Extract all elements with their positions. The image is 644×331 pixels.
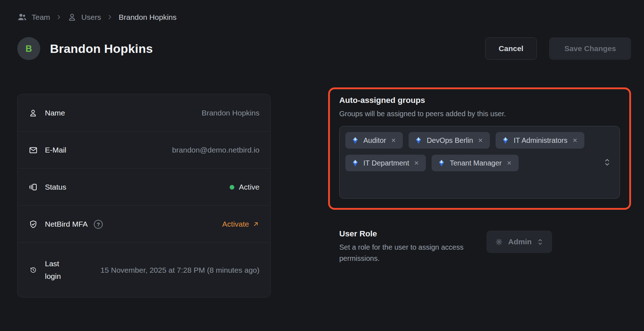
group-chip-label: DevOps Berlin bbox=[427, 136, 473, 145]
last-login-label: Last login bbox=[45, 258, 67, 282]
help-icon[interactable]: ? bbox=[94, 220, 103, 229]
mfa-row: NetBird MFA ? Activate bbox=[18, 205, 270, 242]
group-chip-it-department: IT Department bbox=[345, 155, 426, 171]
save-changes-button[interactable]: Save Changes bbox=[549, 37, 631, 60]
breadcrumb-users[interactable]: Users bbox=[68, 13, 101, 22]
groups-section-description: Groups will be assigned to peers added b… bbox=[339, 108, 620, 119]
role-select[interactable]: Admin bbox=[487, 231, 552, 253]
remove-group-icon[interactable] bbox=[390, 137, 397, 144]
user-detail-page: Team Users Brandon Hopkins B Brandon Hop… bbox=[0, 0, 644, 331]
name-value: Brandon Hopkins bbox=[202, 109, 259, 117]
status-value: Active bbox=[230, 183, 259, 191]
main-content: Name Brandon Hopkins E-Mail brandon@demo… bbox=[17, 87, 631, 298]
group-icon bbox=[415, 137, 422, 144]
user-role-title: User Role bbox=[339, 229, 469, 239]
user-role-description: Set a role for the user to assign access… bbox=[339, 242, 469, 264]
breadcrumb-team[interactable]: Team bbox=[17, 12, 50, 22]
name-label: Name bbox=[45, 109, 65, 117]
user-icon bbox=[68, 13, 77, 22]
email-value: brandon@demo.netbird.io bbox=[172, 146, 259, 154]
gear-icon bbox=[495, 238, 503, 246]
email-row: E-Mail brandon@demo.netbird.io bbox=[18, 131, 270, 168]
header-actions: Cancel Save Changes bbox=[485, 37, 631, 60]
auto-assigned-groups-section: Auto-assigned groups Groups will be assi… bbox=[328, 87, 631, 210]
mail-icon bbox=[28, 146, 38, 155]
group-icon bbox=[438, 159, 445, 167]
user-role-section: User Role Set a role for the user to ass… bbox=[328, 229, 631, 264]
group-icon bbox=[351, 159, 359, 167]
group-icon bbox=[502, 137, 509, 144]
last-login-row: Last login 15 November, 2025 at 7:28 PM … bbox=[18, 242, 270, 297]
breadcrumb-users-label: Users bbox=[81, 13, 101, 22]
avatar: B bbox=[17, 37, 40, 60]
shield-check-icon bbox=[28, 220, 38, 229]
groups-multiselect[interactable]: Auditor bbox=[339, 126, 620, 199]
group-chip-label: Auditor bbox=[363, 136, 386, 145]
chevron-up-down-icon bbox=[603, 158, 611, 167]
external-arrow-icon bbox=[252, 221, 259, 228]
role-select-value: Admin bbox=[508, 237, 532, 246]
group-chip-label: IT Administrators bbox=[514, 136, 567, 145]
group-chip-devops-berlin: DevOps Berlin bbox=[409, 132, 490, 149]
activate-label: Activate bbox=[222, 220, 249, 228]
status-label: Status bbox=[45, 183, 66, 191]
avatar-initial: B bbox=[26, 44, 32, 54]
name-row: Name Brandon Hopkins bbox=[18, 94, 270, 131]
user-icon bbox=[28, 109, 38, 117]
user-role-text: User Role Set a role for the user to ass… bbox=[339, 229, 469, 264]
group-chip-label: Tenant Manager bbox=[450, 159, 502, 167]
mfa-label: NetBird MFA bbox=[45, 220, 88, 228]
status-row: Status Active bbox=[18, 168, 270, 205]
groups-section-title: Auto-assigned groups bbox=[339, 96, 620, 105]
page-header: B Brandon Hopkins Cancel Save Changes bbox=[17, 37, 631, 60]
status-icon bbox=[28, 183, 38, 191]
last-login-value: 15 November, 2025 at 7:28 PM (8 minutes … bbox=[101, 266, 259, 275]
group-chip-tenant-manager: Tenant Manager bbox=[432, 155, 519, 171]
remove-group-icon[interactable] bbox=[506, 160, 512, 166]
group-chips: Auditor bbox=[345, 132, 592, 171]
breadcrumb: Team Users Brandon Hopkins bbox=[17, 12, 631, 22]
active-status-dot bbox=[230, 185, 234, 190]
group-chip-auditor: Auditor bbox=[345, 132, 403, 149]
chevron-right-icon bbox=[56, 14, 62, 20]
breadcrumb-current: Brandon Hopkins bbox=[119, 13, 176, 22]
chevron-right-icon bbox=[107, 14, 113, 20]
group-chip-label: IT Department bbox=[363, 159, 409, 167]
chevron-up-down-icon bbox=[537, 238, 543, 246]
group-icon bbox=[351, 137, 359, 144]
cancel-button[interactable]: Cancel bbox=[485, 37, 537, 60]
remove-group-icon[interactable] bbox=[572, 137, 578, 144]
remove-group-icon[interactable] bbox=[477, 137, 484, 144]
group-chip-it-administrators: IT Administrators bbox=[496, 132, 584, 149]
history-icon bbox=[28, 267, 38, 273]
remove-group-icon[interactable] bbox=[413, 160, 420, 166]
settings-column: Auto-assigned groups Groups will be assi… bbox=[328, 87, 631, 264]
breadcrumb-current-label: Brandon Hopkins bbox=[119, 13, 176, 22]
activate-mfa-link[interactable]: Activate bbox=[222, 220, 259, 228]
status-badge: Active bbox=[239, 183, 259, 191]
breadcrumb-team-label: Team bbox=[32, 13, 50, 22]
page-title: Brandon Hopkins bbox=[50, 42, 153, 56]
email-label: E-Mail bbox=[45, 146, 66, 154]
team-icon bbox=[17, 12, 27, 22]
user-details-card: Name Brandon Hopkins E-Mail brandon@demo… bbox=[17, 94, 271, 298]
